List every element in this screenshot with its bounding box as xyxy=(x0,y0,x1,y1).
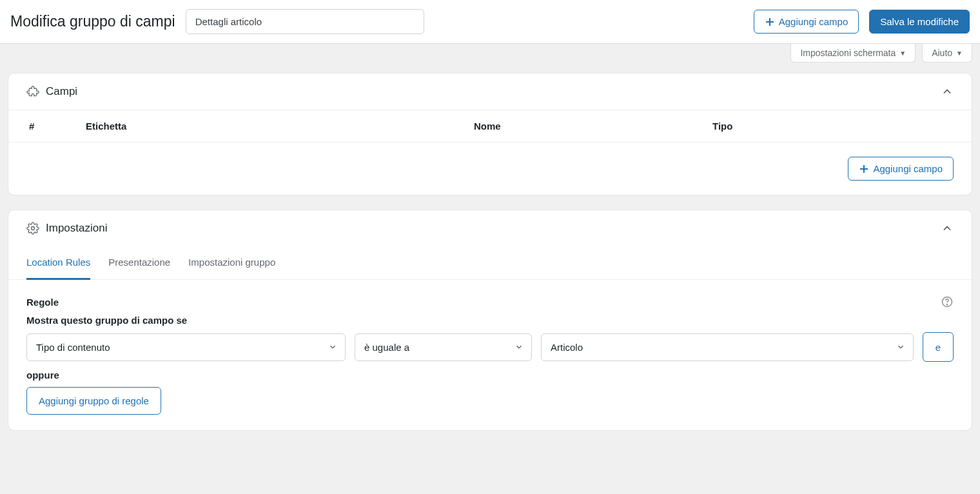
group-title-input[interactable] xyxy=(186,9,424,34)
add-rule-group-button[interactable]: Aggiungi gruppo di regole xyxy=(26,387,161,415)
triangle-down-icon: ▼ xyxy=(899,50,906,57)
top-bar: Modifica gruppo di campi Aggiungi campo … xyxy=(0,0,980,44)
rule-param-select[interactable]: Tipo di contenuto xyxy=(26,333,346,361)
column-type: Tipo xyxy=(712,121,951,132)
add-field-button-bottom[interactable]: Aggiungi campo xyxy=(848,157,954,181)
puzzle-icon xyxy=(26,85,39,98)
rule-value-select[interactable]: Articolo xyxy=(541,333,914,361)
add-field-button-top[interactable]: Aggiungi campo xyxy=(754,10,859,34)
chevron-up-icon[interactable] xyxy=(941,222,954,235)
rules-heading: Regole xyxy=(26,297,59,308)
column-name: Nome xyxy=(474,121,712,132)
rules-subheading: Mostra questo gruppo di campo se xyxy=(26,315,954,326)
settings-panel-title: Impostazioni xyxy=(46,222,107,235)
chevron-down-icon xyxy=(328,342,337,351)
chevron-down-icon xyxy=(514,342,524,351)
add-and-rule-button[interactable]: e xyxy=(923,332,954,362)
chevron-up-icon[interactable] xyxy=(941,85,954,98)
plus-icon xyxy=(859,164,869,174)
column-number: # xyxy=(29,121,86,132)
help-icon[interactable] xyxy=(941,295,954,308)
table-header: # Etichetta Nome Tipo xyxy=(8,110,972,143)
gear-icon xyxy=(26,222,39,235)
screen-meta-row: Impostazioni schermata ▼ Aiuto ▼ xyxy=(0,44,980,63)
screen-options-toggle[interactable]: Impostazioni schermata ▼ xyxy=(790,44,916,63)
location-rule-row: Tipo di contenuto è uguale a Articolo e xyxy=(26,332,954,362)
svg-point-6 xyxy=(947,304,948,305)
tab-group-settings[interactable]: Impostazioni gruppo xyxy=(188,246,275,280)
tab-presentation[interactable]: Presentazione xyxy=(108,246,170,280)
rule-operator-select[interactable]: è uguale a xyxy=(355,333,532,361)
settings-panel: Impostazioni Location Rules Presentazion… xyxy=(8,210,972,431)
fields-panel: Campi # Etichetta Nome Tipo Aggiungi cam… xyxy=(8,73,972,195)
chevron-down-icon xyxy=(896,342,905,351)
save-button[interactable]: Salva le modifiche xyxy=(869,10,970,34)
or-label: oppure xyxy=(26,370,954,380)
triangle-down-icon: ▼ xyxy=(956,50,963,57)
svg-point-4 xyxy=(32,227,35,230)
tab-location-rules[interactable]: Location Rules xyxy=(26,246,90,280)
help-toggle[interactable]: Aiuto ▼ xyxy=(922,44,972,63)
fields-table: # Etichetta Nome Tipo xyxy=(8,110,972,143)
page-title: Modifica gruppo di campi xyxy=(10,13,175,30)
plus-icon xyxy=(765,17,775,27)
add-field-label: Aggiungi campo xyxy=(779,16,848,27)
fields-panel-title: Campi xyxy=(46,85,77,98)
column-label: Etichetta xyxy=(86,121,474,132)
settings-tabs: Location Rules Presentazione Impostazion… xyxy=(8,246,972,280)
